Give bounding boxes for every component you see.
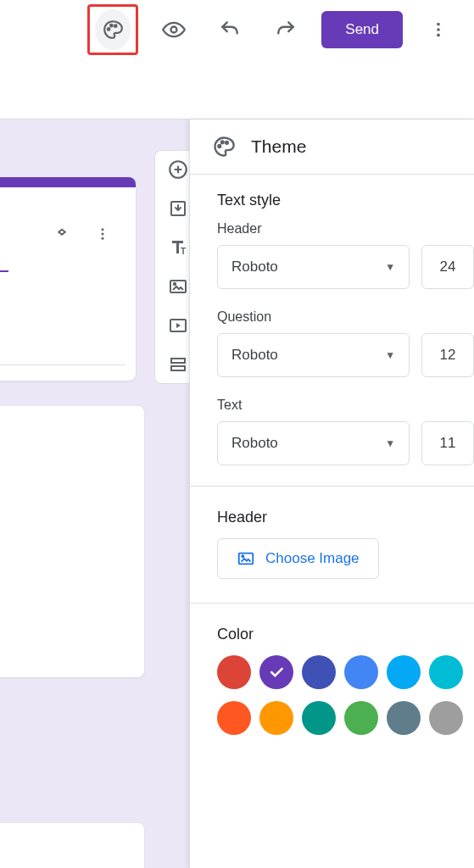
choose-image-label: Choose Image xyxy=(265,550,360,567)
palette-icon xyxy=(102,19,124,41)
card-divider xyxy=(0,364,125,365)
video-icon xyxy=(168,315,188,336)
palette-icon xyxy=(212,135,236,159)
question-font-select[interactable]: Roboto ▼ xyxy=(217,333,410,377)
text-font-label: Text xyxy=(217,398,474,413)
form-canvas: T Theme Text style Header Roboto ▼ xyxy=(0,119,474,868)
chevron-down-icon: ▼ xyxy=(385,437,395,449)
text-font-value: Roboto xyxy=(231,435,278,452)
svg-point-5 xyxy=(437,28,440,31)
svg-point-2 xyxy=(114,25,117,27)
top-toolbar: Send xyxy=(0,0,474,59)
color-swatches xyxy=(217,655,474,735)
color-swatch[interactable] xyxy=(259,701,293,735)
title-underline xyxy=(0,270,8,272)
color-swatch[interactable] xyxy=(217,701,251,735)
undo-button[interactable] xyxy=(209,9,250,50)
redo-button[interactable] xyxy=(265,9,306,50)
color-swatch[interactable] xyxy=(344,655,378,689)
header-image-heading: Header xyxy=(217,509,474,526)
svg-rect-21 xyxy=(239,554,254,565)
add-question-button[interactable] xyxy=(166,158,190,181)
add-title-button[interactable]: T xyxy=(166,236,190,259)
question-card-3[interactable] xyxy=(0,823,144,868)
color-swatch[interactable] xyxy=(429,701,463,735)
question-font-value: Roboto xyxy=(231,347,278,364)
redo-icon xyxy=(275,19,297,41)
import-questions-button[interactable] xyxy=(166,197,190,220)
svg-point-9 xyxy=(102,237,104,240)
chevron-down-icon: ▼ xyxy=(385,261,395,273)
choose-image-button[interactable]: Choose Image xyxy=(217,538,379,579)
question-card-2[interactable] xyxy=(0,406,144,677)
title-icon: T xyxy=(168,237,188,258)
import-icon xyxy=(168,198,188,219)
svg-point-0 xyxy=(108,28,110,31)
add-video-button[interactable] xyxy=(166,314,190,337)
svg-point-3 xyxy=(171,27,177,33)
svg-rect-17 xyxy=(171,366,185,370)
svg-point-22 xyxy=(242,555,243,557)
card-more-button[interactable] xyxy=(95,226,110,242)
collapse-icon[interactable] xyxy=(54,226,70,242)
header-font-label: Header xyxy=(217,221,474,236)
question-size-select[interactable]: 12 xyxy=(421,333,474,377)
color-swatch[interactable] xyxy=(387,701,421,735)
color-swatch[interactable] xyxy=(344,701,378,735)
add-circle-icon xyxy=(167,159,189,181)
svg-point-18 xyxy=(218,145,220,147)
svg-point-6 xyxy=(437,34,440,37)
color-swatch[interactable] xyxy=(259,655,293,689)
svg-point-19 xyxy=(221,141,224,143)
svg-rect-16 xyxy=(171,359,185,363)
svg-point-8 xyxy=(102,233,104,236)
svg-point-14 xyxy=(174,283,176,285)
preview-button[interactable] xyxy=(153,9,194,50)
customize-theme-button[interactable] xyxy=(95,9,131,50)
divider xyxy=(190,603,474,604)
card-accent-bar xyxy=(0,177,136,187)
svg-rect-13 xyxy=(170,281,186,292)
more-vert-icon xyxy=(429,20,448,39)
svg-point-20 xyxy=(226,142,228,144)
eye-icon xyxy=(162,18,186,42)
image-icon xyxy=(237,549,255,568)
header-font-value: Roboto xyxy=(231,259,278,275)
theme-panel-header: Theme xyxy=(190,120,474,175)
color-swatch[interactable] xyxy=(429,655,463,689)
text-style-heading: Text style xyxy=(217,192,474,209)
section-icon xyxy=(168,354,188,375)
theme-panel: Theme Text style Header Roboto ▼ 24 Ques… xyxy=(189,120,474,868)
send-button[interactable]: Send xyxy=(321,11,403,48)
theme-title: Theme xyxy=(251,136,306,157)
color-heading: Color xyxy=(217,626,474,643)
text-font-select[interactable]: Roboto ▼ xyxy=(217,421,410,465)
chevron-down-icon: ▼ xyxy=(385,349,395,361)
svg-point-4 xyxy=(437,23,440,26)
color-swatch[interactable] xyxy=(217,655,251,689)
add-section-button[interactable] xyxy=(166,353,190,376)
color-swatch[interactable] xyxy=(302,701,336,735)
image-icon xyxy=(168,276,188,297)
more-button[interactable] xyxy=(418,9,459,50)
text-size-value: 11 xyxy=(440,435,456,452)
add-image-button[interactable] xyxy=(166,275,190,298)
color-swatch[interactable] xyxy=(387,655,421,689)
header-size-value: 24 xyxy=(440,259,456,275)
more-vert-icon xyxy=(95,226,110,242)
question-card[interactable] xyxy=(0,177,136,381)
question-font-label: Question xyxy=(217,309,474,325)
header-size-select[interactable]: 24 xyxy=(421,245,474,289)
divider xyxy=(190,486,474,487)
question-size-value: 12 xyxy=(440,347,456,364)
svg-text:T: T xyxy=(181,247,186,256)
undo-icon xyxy=(219,19,241,41)
color-swatch[interactable] xyxy=(302,655,336,689)
svg-point-7 xyxy=(102,228,104,231)
text-size-select[interactable]: 11 xyxy=(421,421,474,465)
svg-point-1 xyxy=(110,25,113,27)
customize-theme-button-highlight xyxy=(87,4,138,55)
header-font-select[interactable]: Roboto ▼ xyxy=(217,245,410,289)
